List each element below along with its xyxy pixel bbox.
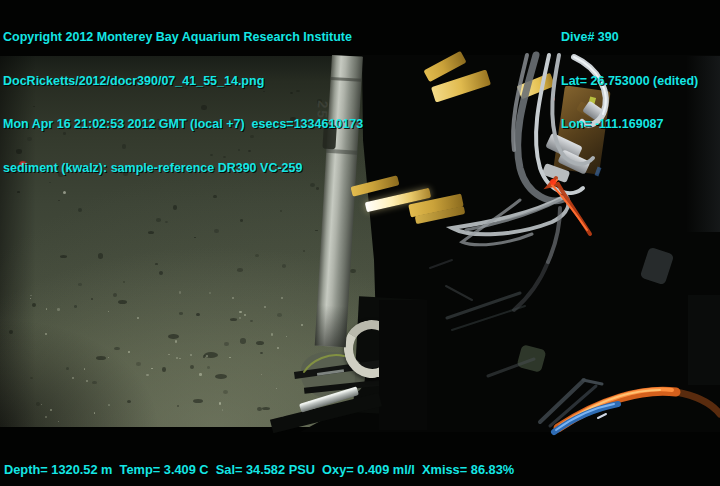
annotation-line: sediment (kwalz): sample-reference DR390…	[3, 161, 363, 176]
copyright-line: Copyright 2012 Monterey Bay Aquarium Res…	[3, 30, 363, 45]
overlay-top-right: Dive# 390 Lat= 26.753000 (edited) Lon= -…	[561, 1, 698, 161]
dive-number: Dive# 390	[561, 30, 698, 45]
timestamp-line: Mon Apr 16 21:02:53 2012 GMT (local +7) …	[3, 117, 363, 132]
filepath-line: DocRicketts/2012/docr390/07_41_55_14.png	[3, 74, 363, 89]
video-frame: 25	[0, 0, 720, 486]
orange-cable-bottom	[558, 389, 720, 428]
overlay-telemetry-bottom: Depth= 1320.52 m Temp= 3.409 C Sal= 34.5…	[4, 463, 514, 478]
frame-struts	[430, 260, 602, 426]
green-wire	[304, 355, 344, 372]
overlay-top-left: Copyright 2012 Monterey Bay Aquarium Res…	[3, 1, 363, 204]
longitude: Lon= -111.169087	[561, 117, 698, 132]
latitude: Lat= 26.753000 (edited)	[561, 74, 698, 89]
